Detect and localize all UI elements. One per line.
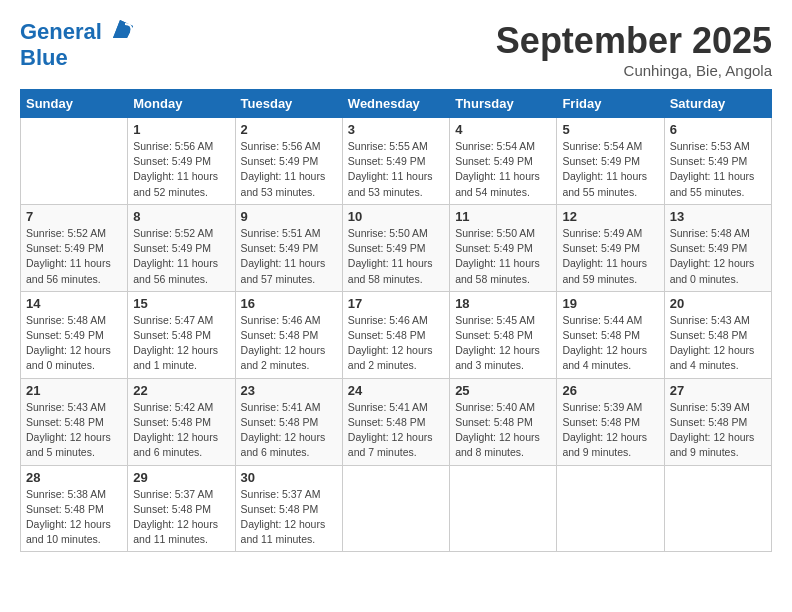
day-number: 9 [241,209,337,224]
calendar-cell: 16Sunrise: 5:46 AMSunset: 5:48 PMDayligh… [235,291,342,378]
day-number: 14 [26,296,122,311]
day-number: 4 [455,122,551,137]
day-info: Sunrise: 5:51 AMSunset: 5:49 PMDaylight:… [241,226,337,287]
logo-text: General Blue [20,20,135,70]
calendar-cell: 18Sunrise: 5:45 AMSunset: 5:48 PMDayligh… [450,291,557,378]
day-info: Sunrise: 5:54 AMSunset: 5:49 PMDaylight:… [562,139,658,200]
day-info: Sunrise: 5:41 AMSunset: 5:48 PMDaylight:… [241,400,337,461]
calendar-cell: 12Sunrise: 5:49 AMSunset: 5:49 PMDayligh… [557,204,664,291]
day-info: Sunrise: 5:52 AMSunset: 5:49 PMDaylight:… [26,226,122,287]
day-info: Sunrise: 5:55 AMSunset: 5:49 PMDaylight:… [348,139,444,200]
day-info: Sunrise: 5:39 AMSunset: 5:48 PMDaylight:… [562,400,658,461]
calendar-cell [342,465,449,552]
month-title: September 2025 [496,20,772,62]
calendar-cell: 22Sunrise: 5:42 AMSunset: 5:48 PMDayligh… [128,378,235,465]
calendar-cell: 8Sunrise: 5:52 AMSunset: 5:49 PMDaylight… [128,204,235,291]
title-block: September 2025 Cunhinga, Bie, Angola [496,20,772,79]
calendar-cell: 1Sunrise: 5:56 AMSunset: 5:49 PMDaylight… [128,118,235,205]
day-info: Sunrise: 5:37 AMSunset: 5:48 PMDaylight:… [241,487,337,548]
calendar-cell: 27Sunrise: 5:39 AMSunset: 5:48 PMDayligh… [664,378,771,465]
calendar-table: SundayMondayTuesdayWednesdayThursdayFrid… [20,89,772,552]
calendar-cell: 2Sunrise: 5:56 AMSunset: 5:49 PMDaylight… [235,118,342,205]
location: Cunhinga, Bie, Angola [496,62,772,79]
logo-line2: Blue [20,45,68,70]
calendar-cell: 24Sunrise: 5:41 AMSunset: 5:48 PMDayligh… [342,378,449,465]
day-number: 25 [455,383,551,398]
day-info: Sunrise: 5:54 AMSunset: 5:49 PMDaylight:… [455,139,551,200]
day-header-friday: Friday [557,90,664,118]
calendar-cell [21,118,128,205]
calendar-cell: 4Sunrise: 5:54 AMSunset: 5:49 PMDaylight… [450,118,557,205]
calendar-cell [557,465,664,552]
calendar-week-row: 28Sunrise: 5:38 AMSunset: 5:48 PMDayligh… [21,465,772,552]
page-header: General Blue September 2025 Cunhinga, Bi… [20,20,772,79]
calendar-cell: 26Sunrise: 5:39 AMSunset: 5:48 PMDayligh… [557,378,664,465]
day-number: 15 [133,296,229,311]
day-number: 2 [241,122,337,137]
day-number: 3 [348,122,444,137]
day-number: 6 [670,122,766,137]
day-info: Sunrise: 5:40 AMSunset: 5:48 PMDaylight:… [455,400,551,461]
day-info: Sunrise: 5:50 AMSunset: 5:49 PMDaylight:… [455,226,551,287]
calendar-cell: 3Sunrise: 5:55 AMSunset: 5:49 PMDaylight… [342,118,449,205]
day-info: Sunrise: 5:47 AMSunset: 5:48 PMDaylight:… [133,313,229,374]
calendar-cell: 9Sunrise: 5:51 AMSunset: 5:49 PMDaylight… [235,204,342,291]
day-header-saturday: Saturday [664,90,771,118]
day-number: 23 [241,383,337,398]
day-number: 21 [26,383,122,398]
day-info: Sunrise: 5:56 AMSunset: 5:49 PMDaylight:… [133,139,229,200]
calendar-cell [450,465,557,552]
day-info: Sunrise: 5:37 AMSunset: 5:48 PMDaylight:… [133,487,229,548]
day-number: 11 [455,209,551,224]
day-number: 26 [562,383,658,398]
day-header-sunday: Sunday [21,90,128,118]
day-number: 10 [348,209,444,224]
calendar-cell: 5Sunrise: 5:54 AMSunset: 5:49 PMDaylight… [557,118,664,205]
day-info: Sunrise: 5:48 AMSunset: 5:49 PMDaylight:… [26,313,122,374]
day-number: 16 [241,296,337,311]
day-info: Sunrise: 5:49 AMSunset: 5:49 PMDaylight:… [562,226,658,287]
calendar-cell: 28Sunrise: 5:38 AMSunset: 5:48 PMDayligh… [21,465,128,552]
day-header-monday: Monday [128,90,235,118]
calendar-week-row: 1Sunrise: 5:56 AMSunset: 5:49 PMDaylight… [21,118,772,205]
day-number: 27 [670,383,766,398]
day-info: Sunrise: 5:53 AMSunset: 5:49 PMDaylight:… [670,139,766,200]
day-number: 13 [670,209,766,224]
calendar-week-row: 21Sunrise: 5:43 AMSunset: 5:48 PMDayligh… [21,378,772,465]
calendar-cell: 6Sunrise: 5:53 AMSunset: 5:49 PMDaylight… [664,118,771,205]
day-info: Sunrise: 5:43 AMSunset: 5:48 PMDaylight:… [26,400,122,461]
day-info: Sunrise: 5:41 AMSunset: 5:48 PMDaylight:… [348,400,444,461]
day-info: Sunrise: 5:50 AMSunset: 5:49 PMDaylight:… [348,226,444,287]
day-number: 30 [241,470,337,485]
day-number: 19 [562,296,658,311]
day-info: Sunrise: 5:56 AMSunset: 5:49 PMDaylight:… [241,139,337,200]
day-info: Sunrise: 5:46 AMSunset: 5:48 PMDaylight:… [241,313,337,374]
day-info: Sunrise: 5:43 AMSunset: 5:48 PMDaylight:… [670,313,766,374]
calendar-cell: 30Sunrise: 5:37 AMSunset: 5:48 PMDayligh… [235,465,342,552]
calendar-cell: 23Sunrise: 5:41 AMSunset: 5:48 PMDayligh… [235,378,342,465]
day-number: 24 [348,383,444,398]
day-number: 17 [348,296,444,311]
calendar-cell: 15Sunrise: 5:47 AMSunset: 5:48 PMDayligh… [128,291,235,378]
day-header-thursday: Thursday [450,90,557,118]
calendar-cell: 21Sunrise: 5:43 AMSunset: 5:48 PMDayligh… [21,378,128,465]
day-number: 7 [26,209,122,224]
calendar-cell: 20Sunrise: 5:43 AMSunset: 5:48 PMDayligh… [664,291,771,378]
day-info: Sunrise: 5:52 AMSunset: 5:49 PMDaylight:… [133,226,229,287]
day-number: 5 [562,122,658,137]
day-info: Sunrise: 5:38 AMSunset: 5:48 PMDaylight:… [26,487,122,548]
logo-line1: General [20,19,102,44]
day-header-wednesday: Wednesday [342,90,449,118]
calendar-cell: 14Sunrise: 5:48 AMSunset: 5:49 PMDayligh… [21,291,128,378]
calendar-cell: 29Sunrise: 5:37 AMSunset: 5:48 PMDayligh… [128,465,235,552]
day-header-tuesday: Tuesday [235,90,342,118]
calendar-header-row: SundayMondayTuesdayWednesdayThursdayFrid… [21,90,772,118]
calendar-week-row: 7Sunrise: 5:52 AMSunset: 5:49 PMDaylight… [21,204,772,291]
calendar-cell: 7Sunrise: 5:52 AMSunset: 5:49 PMDaylight… [21,204,128,291]
calendar-cell: 17Sunrise: 5:46 AMSunset: 5:48 PMDayligh… [342,291,449,378]
calendar-cell: 11Sunrise: 5:50 AMSunset: 5:49 PMDayligh… [450,204,557,291]
day-info: Sunrise: 5:46 AMSunset: 5:48 PMDaylight:… [348,313,444,374]
calendar-cell: 25Sunrise: 5:40 AMSunset: 5:48 PMDayligh… [450,378,557,465]
calendar-cell: 13Sunrise: 5:48 AMSunset: 5:49 PMDayligh… [664,204,771,291]
calendar-cell: 19Sunrise: 5:44 AMSunset: 5:48 PMDayligh… [557,291,664,378]
